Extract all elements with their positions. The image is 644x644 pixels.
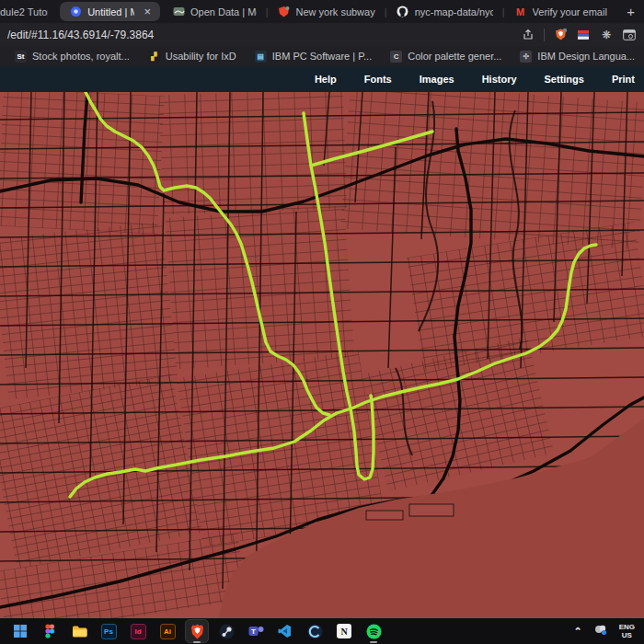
- tab-separator: |: [385, 6, 387, 17]
- shutterstock-icon: St: [15, 51, 27, 63]
- address-bar-icons: ❋: [521, 28, 637, 42]
- browser-tab-5[interactable]: nyc-map-data/nyc_subwa: [388, 0, 501, 23]
- bookmark-label: IBM PC Software | P...: [272, 51, 372, 62]
- url-field[interactable]: /edit/#11.16/43.6914/-79.3864: [7, 29, 521, 41]
- metrolinx-icon: [172, 6, 185, 18]
- running-indicator: [193, 641, 201, 643]
- bookmarks-bar: StStock photos, royalt...▞Usability for …: [0, 46, 644, 66]
- browser-tab-2[interactable]: Untitled | Mapbox×: [60, 2, 160, 21]
- tab-title: New york subway lines ge: [295, 6, 374, 17]
- extension-icon[interactable]: ❋: [599, 28, 614, 42]
- color-palette-icon: C: [390, 51, 402, 63]
- windows-start-icon[interactable]: [9, 620, 31, 642]
- bookmark-item-4[interactable]: CColor palette gener...: [383, 51, 509, 63]
- studio-menu-images[interactable]: Images: [420, 74, 454, 85]
- studio-menu-fonts[interactable]: Fonts: [364, 74, 392, 85]
- steam-icon[interactable]: [215, 620, 237, 642]
- tab-close-icon[interactable]: ×: [144, 5, 151, 18]
- desktop: dule2 Tutorial4Untitled | Mapbox×Open Da…: [0, 0, 644, 644]
- tab-title: Verify your email address: [533, 6, 610, 17]
- browser-tab-3[interactable]: Open Data | Metrolinx: [164, 0, 265, 23]
- browser-tab-6[interactable]: MVerify your email address: [506, 0, 618, 23]
- gmail-icon: M: [514, 6, 527, 18]
- flag-extension-icon[interactable]: [576, 28, 591, 42]
- bookmark-label: Color palette gener...: [408, 51, 501, 62]
- brave-shield-icon[interactable]: [553, 28, 568, 42]
- teams-icon[interactable]: T: [245, 620, 267, 642]
- browser-tab-strip: dule2 Tutorial4Untitled | Mapbox×Open Da…: [0, 0, 644, 23]
- illustrator-icon[interactable]: Ai: [156, 620, 178, 642]
- bookmark-label: Usability for IxD: [166, 51, 236, 62]
- divider: [544, 29, 545, 41]
- indesign-icon[interactable]: Id: [127, 620, 149, 642]
- harbour-pier: [409, 504, 454, 516]
- ibm-design-icon: ✣: [520, 51, 532, 63]
- share-icon[interactable]: [521, 28, 535, 42]
- map-svg[interactable]: [0, 92, 644, 618]
- brave-browser-icon[interactable]: [186, 620, 208, 642]
- shield-favicon: [277, 6, 290, 18]
- tab-title: Untitled | Mapbox: [87, 6, 134, 17]
- reader-mode-icon[interactable]: [622, 28, 637, 42]
- tray-chevron-icon[interactable]: ⌃: [573, 626, 581, 638]
- system-tray: ⌃ ENG US: [573, 623, 635, 639]
- figma-icon[interactable]: [39, 620, 61, 642]
- bookmark-label: IBM Design Langua...: [537, 51, 635, 62]
- tab-separator: |: [502, 6, 505, 17]
- bookmark-item-2[interactable]: ▞Usability for IxD: [141, 51, 244, 63]
- studio-menu-settings[interactable]: Settings: [545, 74, 584, 85]
- bookmark-item-3[interactable]: ▤IBM PC Software | P...: [247, 51, 379, 63]
- photoshop-icon[interactable]: Ps: [98, 620, 120, 642]
- cinema4d-icon[interactable]: [304, 620, 326, 642]
- notion-icon[interactable]: N: [333, 620, 355, 642]
- tab-title: Open Data | Metrolinx: [190, 6, 257, 17]
- browser-tab-1[interactable]: dule2 Tutorial4: [0, 0, 56, 23]
- tab-title: nyc-map-data/nyc_subwa: [415, 6, 493, 17]
- mapbox-icon: [69, 6, 82, 18]
- vscode-icon[interactable]: [274, 620, 296, 642]
- weather-icon[interactable]: [593, 623, 608, 639]
- ibm-pc-icon: ▤: [255, 51, 267, 63]
- address-bar: /edit/#11.16/43.6914/-79.3864 ❋: [0, 23, 644, 46]
- file-explorer-icon[interactable]: [68, 620, 90, 642]
- bookmark-label: Stock photos, royalt...: [32, 51, 130, 62]
- browser-tab-4[interactable]: New york subway lines ge: [269, 0, 383, 23]
- svg-text:T: T: [251, 627, 256, 636]
- studio-menu-history[interactable]: History: [482, 74, 517, 85]
- tab-separator: |: [266, 6, 269, 17]
- spotify-icon[interactable]: [362, 620, 385, 642]
- tab-title: dule2 Tutorial4: [0, 6, 48, 17]
- github-icon: [397, 6, 409, 18]
- studio-menu-print[interactable]: Print: [612, 74, 635, 85]
- harbour-pier: [366, 511, 403, 520]
- windows-taskbar: PsIdAiTN ⌃ ENG US: [0, 618, 644, 644]
- bookmark-item-1[interactable]: StStock photos, royalt...: [7, 51, 137, 63]
- mapbox-studio-toolbar: HelpFontsImagesHistorySettingsPrint: [0, 66, 644, 92]
- new-tab-button[interactable]: +: [617, 4, 644, 19]
- usability-icon: ▞: [148, 51, 160, 63]
- language-indicator[interactable]: ENG US: [619, 623, 635, 639]
- bookmark-item-5[interactable]: ✣IBM Design Langua...: [512, 51, 642, 63]
- map-canvas[interactable]: [0, 92, 644, 618]
- taskbar-apps: PsIdAiTN: [9, 620, 385, 642]
- studio-menu-help[interactable]: Help: [315, 74, 337, 85]
- running-indicator: [370, 641, 377, 643]
